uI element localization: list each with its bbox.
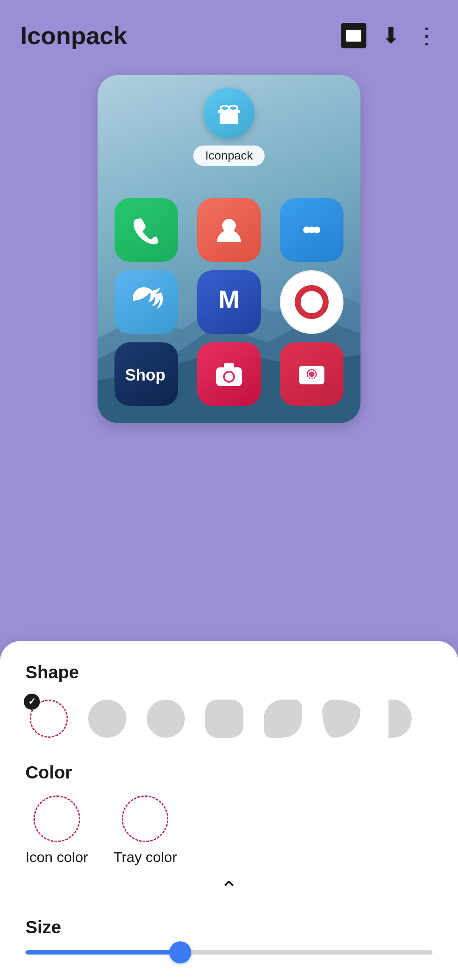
icon-grid: M Shop	[98, 198, 360, 406]
shop-app-icon: Shop	[114, 342, 178, 406]
size-slider-container[interactable]	[25, 950, 433, 955]
shape-option-leaf[interactable]	[260, 695, 306, 742]
shape-option-circle-selected[interactable]: ✓	[25, 695, 72, 742]
slider-thumb[interactable]	[169, 941, 191, 963]
top-app-icon-area: Iconpack	[193, 88, 265, 166]
app-label: Iconpack	[193, 146, 265, 166]
shape-circle-3	[147, 700, 185, 738]
app-title: Iconpack	[20, 21, 127, 50]
icon-row-1	[114, 198, 344, 262]
gift-icon	[204, 88, 254, 139]
bottom-panel: Shape ✓ Color Ic	[0, 641, 458, 980]
svg-point-11	[313, 227, 320, 233]
shape-row: ✓	[25, 695, 433, 742]
shape-leaf-shape	[264, 700, 302, 738]
image-picker-icon[interactable]	[341, 23, 366, 48]
tray-color-option[interactable]: Tray color	[113, 795, 177, 865]
chevron-row[interactable]: ⌃	[25, 878, 433, 900]
more-options-icon[interactable]: ⋮	[416, 23, 438, 48]
shape-option-squircle[interactable]	[201, 695, 248, 742]
header-actions: ⬇ ⋮	[341, 23, 438, 48]
mail-app-icon: M	[197, 270, 261, 334]
chevron-up-icon[interactable]: ⌃	[220, 878, 238, 900]
phone-preview: Iconpack	[98, 75, 360, 423]
icon-color-option[interactable]: Icon color	[25, 795, 88, 865]
app-header: Iconpack ⬇ ⋮	[0, 0, 458, 58]
opera-app-icon	[280, 270, 344, 334]
contacts-app-icon	[197, 198, 261, 262]
color-section-title: Color	[25, 762, 433, 783]
shape-selected-check: ✓	[24, 694, 40, 710]
tray-color-circle	[122, 795, 168, 842]
shape-option-circle3[interactable]	[142, 695, 189, 742]
size-section-title: Size	[25, 917, 433, 938]
icon-row-3: Shop RAW	[114, 342, 344, 406]
download-icon[interactable]: ⬇	[382, 23, 400, 48]
shape-option-circle2[interactable]	[84, 695, 131, 742]
shape-paw-shape	[322, 700, 360, 738]
shape-circle-filled	[88, 700, 126, 738]
shape-section-title: Shape	[25, 662, 433, 683]
twitter-app-icon	[114, 270, 178, 334]
opera-inner	[290, 281, 333, 323]
svg-point-16	[225, 372, 233, 381]
raw-app-icon: RAW	[280, 342, 344, 406]
slider-fill	[25, 950, 180, 955]
shape-squircle-shape	[205, 700, 243, 738]
svg-text:RAW: RAW	[305, 375, 319, 382]
opera-o-shape	[295, 285, 329, 319]
shape-option-paw[interactable]	[318, 695, 365, 742]
shape-option-half[interactable]	[377, 695, 423, 742]
svg-text:Shop: Shop	[125, 366, 165, 384]
color-row: Icon color Tray color	[25, 795, 433, 865]
color-section: Color Icon color Tray color	[25, 762, 433, 865]
shape-half-shape	[388, 700, 412, 738]
camera-app-icon	[197, 342, 261, 406]
icon-row-2: M	[114, 270, 344, 334]
svg-rect-17	[224, 363, 234, 368]
tray-color-label: Tray color	[113, 849, 177, 865]
slider-track	[25, 950, 433, 955]
icon-color-label: Icon color	[25, 849, 88, 865]
size-section: Size	[25, 917, 433, 955]
svg-text:M: M	[218, 285, 240, 314]
phone-app-icon	[114, 198, 178, 262]
icon-color-circle	[34, 795, 80, 842]
messages-app-icon	[280, 198, 344, 262]
